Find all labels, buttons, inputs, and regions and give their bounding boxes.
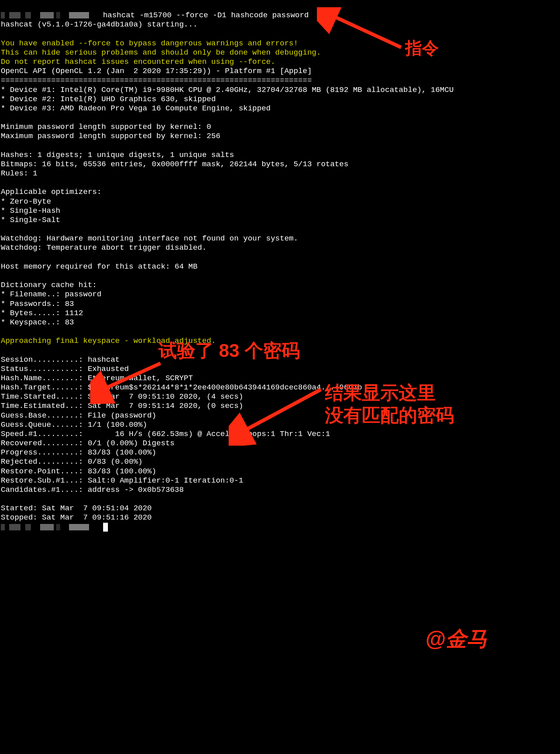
stat-target: Hash.Target......: $ethereum$s*262144*8*… bbox=[1, 383, 362, 392]
opt-single-salt: * Single-Salt bbox=[1, 216, 60, 224]
stat-status: Status...........: Exhausted bbox=[1, 365, 129, 373]
opt-single-hash: * Single-Hash bbox=[1, 206, 60, 215]
stat-hashname: Hash.Name........: Ethereum Wallet, SCRY… bbox=[1, 374, 193, 383]
min-pass-len: Minimum password length supported by ker… bbox=[1, 122, 211, 131]
watchdog-1: Watchdog: Hardware monitoring interface … bbox=[1, 234, 298, 243]
host-memory: Host memory required for this attack: 64… bbox=[1, 262, 197, 271]
dict-bytes: * Bytes.....: 1112 bbox=[1, 309, 83, 318]
stat-guess-base: Guess.Base.......: File (password) bbox=[1, 411, 156, 420]
dict-filename: * Filename..: password bbox=[1, 290, 101, 299]
dict-keyspace: * Keyspace..: 83 bbox=[1, 318, 74, 327]
stat-session: Session..........: hashcat bbox=[1, 355, 120, 364]
stat-candidates: Candidates.#1....: address -> 0x0b573638 bbox=[1, 485, 184, 494]
hr-line: ========================================… bbox=[1, 76, 312, 85]
starting-line: hashcat (v5.1.0-1726-ga4db1a0a) starting… bbox=[1, 20, 197, 29]
prompt-redacted bbox=[1, 11, 103, 20]
opt-zero-byte: * Zero-Byte bbox=[1, 197, 51, 206]
stat-restore-sub: Restore.Sub.#1...: Salt:0 Amplifier:0-1 … bbox=[1, 476, 243, 485]
terminal-window[interactable]: hashcat -m15700 --force -D1 hashcode pas… bbox=[0, 0, 560, 534]
dict-header: Dictionary cache hit: bbox=[1, 281, 97, 289]
warn-force-3: Do not report hashcat issues encountered… bbox=[1, 57, 275, 66]
stat-time-estimated: Time.Estimated...: Sat Mar 7 09:51:14 20… bbox=[1, 401, 243, 410]
annot-signature: @金马 bbox=[425, 626, 487, 652]
started-line: Started: Sat Mar 7 09:51:04 2020 bbox=[1, 504, 152, 513]
approaching-line: Approaching final keyspace - workload ad… bbox=[1, 336, 216, 345]
device-3: * Device #3: AMD Radeon Pro Vega 16 Comp… bbox=[1, 104, 271, 113]
cursor bbox=[103, 523, 108, 532]
opencl-line: OpenCL API (OpenCL 1.2 (Jan 2 2020 17:35… bbox=[1, 67, 312, 75]
device-1: * Device #1: Intel(R) Core(TM) i9-9980HK… bbox=[1, 86, 454, 94]
rules-line: Rules: 1 bbox=[1, 169, 37, 178]
dict-passwords: * Passwords.: 83 bbox=[1, 300, 74, 308]
bitmaps-line: Bitmaps: 16 bits, 65536 entries, 0x0000f… bbox=[1, 160, 349, 169]
stat-rejected: Rejected.........: 0/83 (0.00%) bbox=[1, 457, 142, 466]
stat-progress: Progress.........: 83/83 (100.00%) bbox=[1, 448, 156, 457]
stopped-line: Stopped: Sat Mar 7 09:51:16 2020 bbox=[1, 513, 152, 522]
watchdog-2: Watchdog: Temperature abort trigger disa… bbox=[1, 243, 207, 252]
prompt-redacted-2 bbox=[1, 523, 103, 532]
stat-restore-point: Restore.Point....: 83/83 (100.00%) bbox=[1, 467, 156, 476]
device-2: * Device #2: Intel(R) UHD Graphics 630, … bbox=[1, 95, 216, 104]
warn-force-1: You have enabled --force to bypass dange… bbox=[1, 39, 298, 48]
stat-recovered: Recovered........: 0/1 (0.00%) Digests bbox=[1, 439, 174, 448]
stat-speed: Speed.#1.........: 16 H/s (662.53ms) @ A… bbox=[1, 430, 330, 438]
optimizers-header: Applicable optimizers: bbox=[1, 187, 101, 196]
warn-force-2: This can hide serious problems and shoul… bbox=[1, 48, 321, 57]
command-line: hashcat -m15700 --force -D1 hashcode pas… bbox=[103, 11, 309, 20]
hashes-line: Hashes: 1 digests; 1 unique digests, 1 u… bbox=[1, 151, 234, 159]
stat-guess-queue: Guess.Queue......: 1/1 (100.00%) bbox=[1, 420, 147, 429]
max-pass-len: Maximum password length supported by ker… bbox=[1, 132, 220, 141]
stat-time-started: Time.Started.....: Sat Mar 7 09:51:10 20… bbox=[1, 392, 243, 401]
